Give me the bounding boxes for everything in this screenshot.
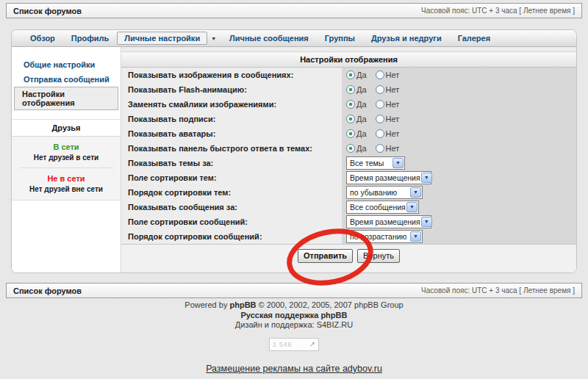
show-quick-reply-radio-no[interactable] bbox=[376, 144, 384, 153]
show-avatars-radio-yes[interactable] bbox=[346, 129, 355, 138]
show-images-radio-yes-label[interactable]: Да bbox=[356, 71, 367, 79]
bottom-breadcrumb-bar: Список форумов Часовой пояс: UTC + 3 час… bbox=[6, 283, 582, 298]
show-flash-radio-no-label[interactable]: Нет bbox=[386, 85, 400, 94]
show-smilies-radio-no-label[interactable]: Нет bbox=[386, 100, 400, 109]
show-flash-radio-yes[interactable] bbox=[346, 85, 355, 94]
chevron-down-icon: ▼ bbox=[421, 217, 432, 227]
main-settings-area: Настройки отображения Показывать изображ… bbox=[121, 47, 576, 272]
show-signatures-radio-yes-label[interactable]: Да bbox=[356, 115, 367, 123]
reset-button[interactable]: Вернуть bbox=[357, 249, 400, 263]
topics-sort-dir-select[interactable]: по убыванию▼ bbox=[346, 186, 423, 199]
show-smilies-label: Заменять смайлики изображениями: bbox=[121, 97, 342, 112]
show-signatures-radio-no-label[interactable]: Нет bbox=[386, 115, 400, 123]
sidebar-item-general-settings[interactable]: Общие настройки bbox=[14, 57, 118, 72]
show-avatars-radio-no[interactable] bbox=[376, 129, 384, 138]
posts-sort-dir-label: Порядок сортировки сообщений: bbox=[121, 229, 342, 244]
tab-profile[interactable]: Профиль bbox=[63, 34, 117, 43]
show-quick-reply-radio-yes-label[interactable]: Да bbox=[356, 144, 367, 153]
show-images-radio-no[interactable] bbox=[376, 71, 384, 79]
show-signatures-control: ДаНет bbox=[342, 112, 576, 126]
show-flash-radio-yes-label[interactable]: Да bbox=[356, 85, 367, 94]
tab-gallery[interactable]: Галерея bbox=[450, 34, 498, 43]
sidebar: Общие настройкиОтправка сообщенийНастрой… bbox=[12, 47, 121, 272]
show-images-radio-no-label[interactable]: Нет bbox=[386, 71, 400, 79]
show-flash-radio-no[interactable] bbox=[376, 85, 384, 94]
s4biz-link[interactable]: S4BIZ.RU bbox=[317, 320, 354, 329]
posts-sort-field-label: Поле сортировки сообщений: bbox=[121, 214, 342, 229]
setting-row-show-smilies: Заменять смайлики изображениями:ДаНет bbox=[121, 97, 576, 112]
setting-row-show-avatars: Показывать аватары:ДаНет bbox=[121, 126, 576, 141]
settings-rows: Показывать изображения в сообщениях:ДаНе… bbox=[121, 68, 576, 244]
topics-sort-dir-label: Порядок сортировки тем: bbox=[121, 185, 342, 200]
topics-sort-field-label: Поле сортировки тем: bbox=[121, 170, 342, 185]
phpbb-brand: phpBB bbox=[229, 300, 256, 309]
setting-row-show-quick-reply: Показывать панель быстрого ответа в тема… bbox=[121, 141, 576, 156]
forum-index-link[interactable]: Список форумов bbox=[13, 7, 82, 15]
topics-days-control: Все темы▼ bbox=[342, 156, 576, 170]
friends-box: В сети Нет друзей в сети Не в сети Нет д… bbox=[12, 137, 121, 201]
posts-days-select-value: Все сообщения bbox=[350, 203, 406, 212]
topics-sort-field-select-value: Время размещения bbox=[350, 173, 420, 182]
topics-sort-field-select[interactable]: Время размещения▼ bbox=[346, 171, 431, 184]
show-avatars-radio-yes-label[interactable]: Да bbox=[356, 129, 367, 138]
external-arrow-icon: ↗ bbox=[309, 340, 315, 348]
tab-friends-foes[interactable]: Друзья и недруги bbox=[363, 34, 450, 43]
chevron-down-icon: ▼ bbox=[392, 158, 404, 168]
show-images-radio-yes[interactable] bbox=[346, 71, 355, 79]
counter-value: 1 546 bbox=[273, 341, 292, 348]
visitor-counter-widget[interactable]: 1 546 ↗ bbox=[269, 338, 319, 351]
top-breadcrumb-bar: Список форумов Часовой пояс: UTC + 3 час… bbox=[6, 3, 582, 18]
submit-button[interactable]: Отправить bbox=[298, 249, 353, 263]
show-images-control: ДаНет bbox=[342, 68, 576, 82]
tab-personal-settings[interactable]: Личные настройки bbox=[117, 32, 207, 45]
show-signatures-label: Показывать подписи: bbox=[121, 112, 342, 126]
tab-dropdown-caret-icon[interactable]: ▼ bbox=[207, 36, 221, 41]
topics-days-label: Показывать темы за: bbox=[121, 156, 342, 170]
setting-row-posts-days: Показывать сообщения за:Все сообщения▼ bbox=[121, 200, 576, 214]
chevron-down-icon: ▼ bbox=[410, 231, 421, 242]
setting-row-posts-sort-field: Поле сортировки сообщений:Время размещен… bbox=[121, 214, 576, 229]
tab-groups[interactable]: Группы bbox=[317, 34, 363, 43]
advertising-link[interactable]: Размещение рекламы на сайте adybov.ru bbox=[206, 364, 382, 374]
show-quick-reply-radio-no-label[interactable]: Нет bbox=[386, 144, 400, 153]
timezone-label: Часовой пояс: UTC + 3 часа [ Летнее врем… bbox=[421, 7, 575, 15]
show-flash-control: ДаНет bbox=[342, 82, 576, 97]
setting-row-topics-days: Показывать темы за:Все темы▼ bbox=[121, 156, 576, 170]
posts-sort-field-control: Время размещения▼ bbox=[342, 214, 576, 229]
show-avatars-radio-no-label[interactable]: Нет bbox=[386, 129, 400, 138]
friends-section-header: Друзья bbox=[12, 120, 121, 137]
show-smilies-radio-no[interactable] bbox=[376, 100, 384, 109]
section-title: Настройки отображения bbox=[121, 51, 576, 68]
posts-days-label: Показывать сообщения за: bbox=[121, 200, 342, 214]
russian-support-link[interactable]: Русская поддержка phpBB bbox=[0, 311, 588, 321]
show-smilies-radio-yes[interactable] bbox=[346, 100, 355, 109]
posts-sort-field-select[interactable]: Время размещения▼ bbox=[346, 215, 431, 228]
ucp-panel: ОбзорПрофильЛичные настройки▼Личные сооб… bbox=[11, 29, 577, 273]
forum-index-link-bottom[interactable]: Список форумов bbox=[13, 286, 82, 295]
topics-days-select[interactable]: Все темы▼ bbox=[346, 156, 405, 170]
posts-sort-dir-select-value: по возрастанию bbox=[350, 232, 406, 241]
page-footer: Powered by phpBB © 2000, 2002, 2005, 200… bbox=[0, 300, 588, 374]
show-smilies-radio-yes-label[interactable]: Да bbox=[356, 100, 367, 109]
show-quick-reply-label: Показывать панель быстрого ответа в тема… bbox=[121, 141, 342, 156]
setting-row-show-images: Показывать изображения в сообщениях:ДаНе… bbox=[121, 68, 576, 82]
posts-days-select[interactable]: Все сообщения▼ bbox=[346, 201, 419, 214]
sidebar-item-display-settings[interactable]: Настройки отображения bbox=[14, 87, 118, 110]
show-signatures-radio-no[interactable] bbox=[376, 115, 384, 123]
design-line: Дизайн и поддержка: S4BIZ.RU bbox=[0, 320, 588, 331]
powered-by-line: Powered by phpBB © 2000, 2002, 2005, 200… bbox=[0, 300, 588, 311]
topics-sort-dir-select-value: по убыванию bbox=[350, 188, 397, 197]
show-quick-reply-radio-yes[interactable] bbox=[346, 144, 355, 153]
show-signatures-radio-yes[interactable] bbox=[346, 115, 355, 123]
posts-sort-dir-select[interactable]: по возрастанию▼ bbox=[346, 230, 423, 243]
friends-online-status: Нет друзей в сети bbox=[15, 154, 118, 162]
tab-private-messages[interactable]: Личные сообщения bbox=[221, 34, 317, 43]
chevron-down-icon: ▼ bbox=[406, 202, 417, 212]
setting-row-show-flash: Показывать Flash-анимацию:ДаНет bbox=[121, 82, 576, 97]
setting-row-topics-sort-field: Поле сортировки тем:Время размещения▼ bbox=[121, 170, 576, 185]
tab-overview[interactable]: Обзор bbox=[22, 34, 63, 43]
friends-offline-label: Не в сети bbox=[15, 174, 118, 183]
setting-row-topics-sort-dir: Порядок сортировки тем:по убыванию▼ bbox=[121, 185, 576, 200]
sidebar-item-posting-settings[interactable]: Отправка сообщений bbox=[14, 72, 118, 87]
chevron-down-icon: ▼ bbox=[421, 173, 432, 183]
